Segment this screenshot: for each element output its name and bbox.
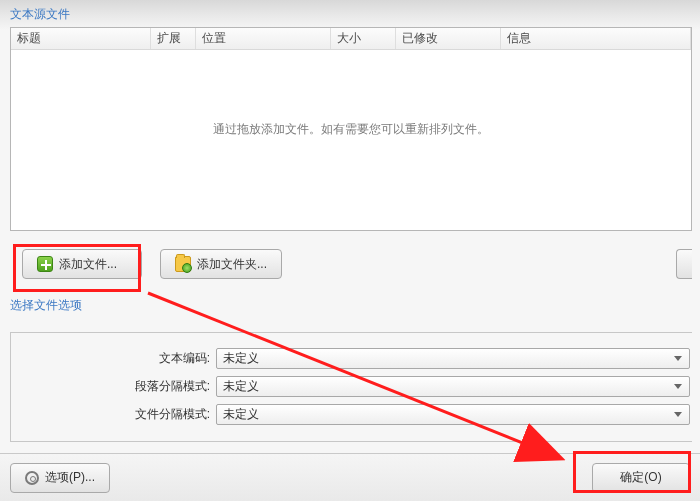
source-files-title: 文本源文件 xyxy=(0,0,700,27)
list-header: 标题 扩展 位置 大小 已修改 信息 xyxy=(11,28,691,50)
overflow-button[interactable] xyxy=(676,249,692,279)
encoding-value: 未定义 xyxy=(223,350,259,367)
ok-button[interactable]: 确定(O) xyxy=(592,463,690,493)
col-mod[interactable]: 已修改 xyxy=(396,28,501,49)
opt-row-file: 文件分隔模式: 未定义 xyxy=(11,401,692,427)
empty-list-message: 通过拖放添加文件。如有需要您可以重新排列文件。 xyxy=(11,28,691,230)
file-options-panel: 文本编码: 未定义 段落分隔模式: 未定义 文件分隔模式: 未定义 xyxy=(10,332,692,442)
encoding-combo[interactable]: 未定义 xyxy=(216,348,690,369)
opt-row-encoding: 文本编码: 未定义 xyxy=(11,345,692,371)
col-ext[interactable]: 扩展 xyxy=(151,28,196,49)
file-mode-combo[interactable]: 未定义 xyxy=(216,404,690,425)
options-button[interactable]: 选项(P)... xyxy=(10,463,110,493)
col-size[interactable]: 大小 xyxy=(331,28,396,49)
col-title[interactable]: 标题 xyxy=(11,28,151,49)
file-mode-label: 文件分隔模式: xyxy=(11,406,216,423)
file-buttons-row: 添加文件... 添加文件夹... xyxy=(22,249,692,279)
para-mode-label: 段落分隔模式: xyxy=(11,378,216,395)
gear-icon xyxy=(25,471,39,485)
source-files-list[interactable]: 标题 扩展 位置 大小 已修改 信息 通过拖放添加文件。如有需要您可以重新排列文… xyxy=(10,27,692,231)
add-file-icon xyxy=(37,256,53,272)
col-info[interactable]: 信息 xyxy=(501,28,691,49)
add-folder-icon xyxy=(175,256,191,272)
col-pos[interactable]: 位置 xyxy=(196,28,331,49)
file-mode-value: 未定义 xyxy=(223,406,259,423)
add-folder-label: 添加文件夹... xyxy=(197,256,267,273)
add-file-button[interactable]: 添加文件... xyxy=(22,249,142,279)
para-mode-value: 未定义 xyxy=(223,378,259,395)
options-button-label: 选项(P)... xyxy=(45,469,95,486)
add-file-label: 添加文件... xyxy=(59,256,117,273)
encoding-label: 文本编码: xyxy=(11,350,216,367)
add-folder-button[interactable]: 添加文件夹... xyxy=(160,249,282,279)
file-options-title: 选择文件选项 xyxy=(0,291,700,318)
opt-row-para: 段落分隔模式: 未定义 xyxy=(11,373,692,399)
ok-button-label: 确定(O) xyxy=(620,469,661,486)
footer-bar: 选项(P)... 确定(O) xyxy=(0,453,700,501)
para-mode-combo[interactable]: 未定义 xyxy=(216,376,690,397)
